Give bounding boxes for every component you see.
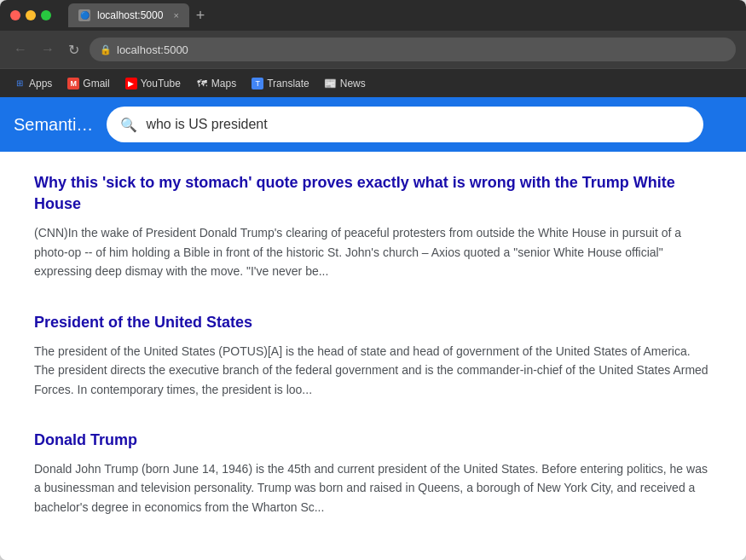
maps-icon: 🗺 (196, 78, 208, 89)
apps-icon: ⊞ (14, 78, 26, 89)
result-item-1: Why this 'sick to my stomach' quote prov… (34, 172, 712, 281)
bookmark-maps-label: Maps (211, 78, 236, 89)
back-button[interactable]: ← (10, 38, 31, 61)
bookmark-youtube[interactable]: ▶ YouTube (119, 74, 188, 93)
tab-title: localhost:5000 (97, 9, 163, 21)
translate-icon: T (252, 78, 263, 89)
bookmark-gmail-label: Gmail (83, 78, 109, 89)
new-tab-button[interactable]: + (196, 7, 205, 25)
search-icon: 🔍 (120, 117, 137, 133)
bookmarks-bar: ⊞ Apps M Gmail ▶ YouTube 🗺 Maps T Transl… (0, 68, 746, 97)
tab-favicon: 🔵 (78, 9, 90, 21)
close-window-button[interactable] (10, 10, 20, 20)
result-snippet-3: Donald John Trump (born June 14, 1946) i… (34, 459, 712, 517)
nav-bar: ← → ↻ 🔒 localhost:5000 (0, 31, 746, 68)
result-snippet-2: The president of the United States (POTU… (34, 342, 712, 399)
bookmark-news[interactable]: 📰 News (318, 74, 373, 93)
tab-close-button[interactable]: × (173, 10, 178, 20)
bookmark-translate[interactable]: T Translate (245, 74, 316, 93)
results-area: Why this 'sick to my stomach' quote prov… (0, 152, 746, 560)
address-bar[interactable]: 🔒 localhost:5000 (90, 38, 736, 61)
app-title: Semanti… (14, 115, 93, 135)
result-item-2: President of the United States The presi… (34, 312, 712, 399)
title-bar: 🔵 localhost:5000 × + (0, 0, 746, 31)
reload-button[interactable]: ↻ (65, 38, 83, 61)
youtube-icon: ▶ (125, 78, 137, 89)
search-input[interactable]: who is US president (146, 117, 267, 132)
bookmark-maps[interactable]: 🗺 Maps (189, 74, 243, 93)
result-item-3: Donald Trump Donald John Trump (born Jun… (34, 430, 712, 517)
lock-icon: 🔒 (100, 44, 112, 55)
browser-window: 🔵 localhost:5000 × + ← → ↻ 🔒 localhost:5… (0, 0, 746, 560)
tab-bar: 🔵 localhost:5000 × + (68, 3, 736, 27)
address-text: localhost:5000 (117, 43, 188, 56)
bookmark-youtube-label: YouTube (141, 78, 181, 89)
maximize-window-button[interactable] (41, 10, 51, 20)
forward-button[interactable]: → (38, 38, 58, 61)
active-tab[interactable]: 🔵 localhost:5000 × (68, 3, 189, 27)
bookmark-gmail[interactable]: M Gmail (61, 74, 116, 93)
minimize-window-button[interactable] (26, 10, 36, 20)
result-title-3[interactable]: Donald Trump (34, 430, 712, 451)
bookmark-apps-label: Apps (29, 78, 52, 89)
result-snippet-1: (CNN)In the wake of President Donald Tru… (34, 223, 712, 280)
result-title-1[interactable]: Why this 'sick to my stomach' quote prov… (34, 172, 712, 215)
bookmark-apps[interactable]: ⊞ Apps (7, 74, 59, 93)
search-bar-wrapper: 🔍 who is US president (107, 107, 703, 142)
page-content: Semanti… 🔍 who is US president Why this … (0, 97, 746, 560)
gmail-icon: M (67, 78, 79, 89)
app-header: Semanti… 🔍 who is US president (0, 97, 746, 152)
bookmark-news-label: News (340, 78, 366, 89)
bookmark-translate-label: Translate (267, 78, 309, 89)
result-title-2[interactable]: President of the United States (34, 312, 712, 333)
traffic-lights (10, 10, 51, 20)
search-bar[interactable]: 🔍 who is US president (107, 107, 703, 142)
news-icon: 📰 (325, 78, 337, 89)
